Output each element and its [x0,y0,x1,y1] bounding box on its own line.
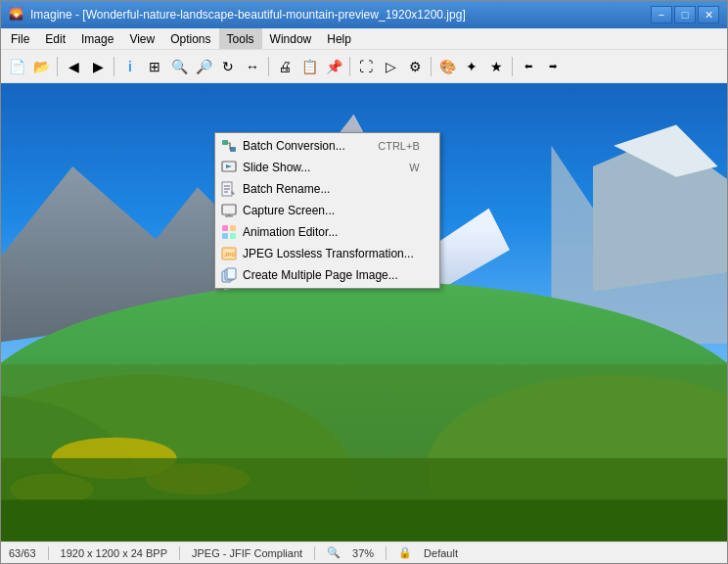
zoom-icon: 🔍 [327,546,341,559]
svg-rect-28 [228,214,230,216]
next-button[interactable]: ▶ [86,55,110,78]
animation-editor-icon [221,224,237,240]
color-button[interactable]: 🎨 [435,55,459,78]
next2-button[interactable]: ➡ [541,55,565,78]
create-multi-icon [221,267,237,283]
menu-batch-conversion[interactable]: Batch Conversion... CTRL+B [215,135,439,157]
open-button[interactable]: 📂 [29,55,53,78]
maximize-button[interactable]: □ [674,6,696,24]
menu-slide-show[interactable]: Slide Show... W [215,157,439,178]
svg-text:JPG: JPG [224,252,236,258]
profile-status: Default [424,547,458,559]
toolbar-separator-6 [512,57,513,76]
svg-rect-17 [1,499,727,541]
sharpen-button[interactable]: ✦ [460,55,483,78]
main-window: 🌄 Imagine - [Wonderful-nature-landscape-… [0,0,728,564]
menu-file[interactable]: File [3,28,37,49]
tools-dropdown: Batch Conversion... CTRL+B Slide Show...… [214,132,440,289]
title-bar-buttons: − □ ✕ [651,6,719,24]
jpeg-lossless-icon: JPG [221,246,237,261]
status-sep-3 [314,546,315,560]
status-sep-4 [386,546,387,560]
menu-window[interactable]: Window [262,28,320,49]
menu-create-multi[interactable]: Create Multiple Page Image... [215,264,439,286]
svg-rect-29 [222,225,228,231]
batch-rename-icon [221,181,237,197]
prev-button[interactable]: ◀ [62,55,85,78]
effects-button[interactable]: ★ [484,55,508,78]
svg-rect-31 [222,233,228,239]
toolbar-separator-2 [114,57,114,76]
menu-bar: File Edit Image View Options Tools Windo… [1,28,727,50]
flip-h-button[interactable]: ↔ [241,55,264,78]
toolbar: 📄 📂 ◀ ▶ i ⊞ 🔍 🔎 ↻ ↔ 🖨 📋 📌 ⛶ ▷ ⚙ 🎨 ✦ ★ ⬅ … [1,50,727,83]
minimize-button[interactable]: − [651,6,672,24]
menu-options[interactable]: Options [162,28,218,49]
toolbar-separator-3 [268,57,269,76]
slide-show-icon [221,160,237,175]
svg-rect-30 [230,225,236,231]
menu-animation-editor[interactable]: Animation Editor... [215,221,439,243]
copy-button[interactable]: 📋 [297,55,321,78]
menu-batch-rename[interactable]: Batch Rename... [215,178,439,200]
lock-icon: 🔒 [398,546,412,559]
close-button[interactable]: ✕ [698,6,719,24]
menu-view[interactable]: View [121,28,162,49]
svg-rect-32 [230,233,236,239]
menu-tools[interactable]: Tools [219,28,262,49]
toolbar-separator-1 [57,57,58,76]
capture-screen-icon [221,203,237,218]
toolbar-separator-4 [349,57,350,76]
menu-image[interactable]: Image [73,28,121,49]
svg-rect-26 [222,205,236,214]
batch-conversion-icon [221,138,237,154]
zoom-in-button[interactable]: 🔍 [167,55,191,78]
paste-button[interactable]: 📌 [322,55,345,78]
zoom-out-button[interactable]: 🔎 [192,55,215,78]
frame-status: 63/63 [9,547,36,559]
print-button[interactable]: 🖨 [273,55,296,78]
status-bar: 63/63 1920 x 1200 x 24 BPP JPEG - JFIF C… [1,541,727,563]
dimensions-status: 1920 x 1200 x 24 BPP [61,547,167,559]
status-sep-1 [48,546,49,560]
menu-jpeg-lossless[interactable]: JPG JPEG Lossless Transformation... [215,243,439,264]
new-button[interactable]: 📄 [5,55,28,78]
status-sep-2 [179,546,180,560]
slideshow-button[interactable]: ▷ [379,55,402,78]
menu-capture-screen[interactable]: Capture Screen... [215,200,439,221]
info-button[interactable]: i [118,55,142,78]
rotate-button[interactable]: ↻ [216,55,240,78]
zoom-fit-button[interactable]: ⊞ [143,55,166,78]
app-icon: 🌄 [9,7,24,23]
svg-rect-37 [227,268,236,279]
menu-edit[interactable]: Edit [37,28,73,49]
format-status: JPEG - JFIF Compliant [192,547,302,559]
svg-rect-18 [222,140,228,145]
zoom-status: 37% [352,547,374,559]
title-bar: 🌄 Imagine - [Wonderful-nature-landscape-… [1,1,727,28]
toolbar-separator-5 [431,57,432,76]
prev2-button[interactable]: ⬅ [517,55,540,78]
menu-help[interactable]: Help [319,28,359,49]
content-area: Batch Conversion... CTRL+B Slide Show...… [1,83,727,541]
settings-button[interactable]: ⚙ [403,55,427,78]
window-title: Imagine - [Wonderful-nature-landscape-be… [30,8,651,22]
svg-marker-21 [226,164,232,168]
fullscreen-button[interactable]: ⛶ [354,55,378,78]
